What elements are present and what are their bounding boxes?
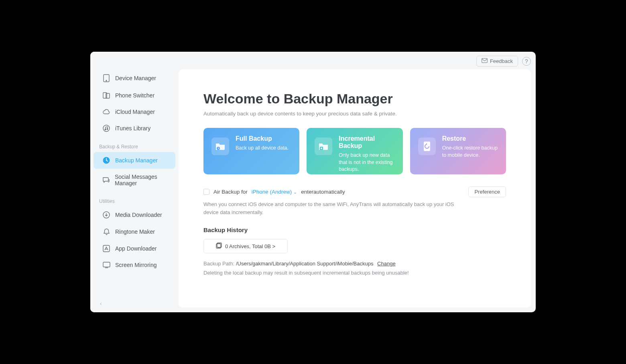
sidebar-section-utilities: Utilities — [90, 191, 179, 206]
svg-rect-10 — [103, 245, 110, 252]
svg-point-2 — [106, 80, 107, 81]
card-title: Restore — [442, 135, 498, 142]
path-value: /Users/gakman/Library/Application Suppor… — [236, 261, 374, 267]
card-desc: One-click restore backup to mobile devic… — [442, 145, 498, 159]
sidebar-item-icloud-manager[interactable]: iCloud Manager — [93, 104, 175, 120]
cloud-icon — [102, 109, 110, 115]
feedback-label: Feedback — [490, 58, 513, 64]
help-button[interactable]: ? — [522, 57, 531, 66]
sidebar-item-label: iCloud Manager — [115, 109, 155, 115]
clock-icon — [102, 157, 110, 164]
sidebar-item-social-messages[interactable]: Social Messages Manager — [93, 169, 175, 191]
sidebar-item-media-downloader[interactable]: Media Downloader — [93, 206, 175, 223]
sidebar-item-phone-switcher[interactable]: Phone Switcher — [93, 87, 175, 104]
air-backup-checkbox[interactable] — [203, 189, 209, 195]
svg-rect-11 — [103, 262, 110, 267]
sidebar-item-label: iTunes Library — [115, 125, 150, 131]
sidebar-item-label: Device Manager — [115, 75, 156, 81]
sidebar-item-label: Screen Mirroring — [115, 262, 156, 268]
svg-point-5 — [103, 125, 110, 131]
phone-restore-icon — [418, 138, 436, 155]
mirror-icon — [102, 262, 110, 268]
svg-point-6 — [105, 129, 106, 130]
device-name: iPhone (Andrew) — [252, 189, 292, 195]
svg-rect-0 — [482, 59, 488, 63]
folder-plus-icon — [315, 138, 332, 155]
page-subtitle: Automatically back up device contents to… — [203, 111, 506, 117]
archive-icon — [216, 243, 222, 250]
restore-card[interactable]: Restore One-click restore backup to mobi… — [410, 128, 506, 174]
sidebar-item-ringtone-maker[interactable]: Ringtone Maker — [93, 223, 175, 240]
sidebar-item-label: App Downloader — [115, 245, 157, 252]
bell-icon — [102, 228, 110, 235]
app-window: Feedback ? Device Manager Phone Switcher… — [90, 52, 536, 312]
backup-history-title: Backup History — [203, 226, 506, 233]
music-icon — [102, 125, 110, 132]
switch-icon — [102, 92, 110, 99]
air-backup-suffix: enterautomatically — [301, 189, 345, 195]
header-actions: Feedback ? — [476, 56, 531, 67]
incremental-backup-card[interactable]: Incremental Backup Only back up new data… — [307, 128, 402, 174]
sidebar-item-device-manager[interactable]: Device Manager — [93, 69, 175, 87]
sidebar-item-screen-mirroring[interactable]: Screen Mirroring — [93, 257, 175, 273]
page-title: Welcome to Backup Manager — [203, 91, 506, 107]
action-cards: Full Backup Back up all device data. Inc… — [203, 128, 506, 174]
main-panel: Welcome to Backup Manager Automatically … — [179, 69, 531, 307]
card-title: Incremental Backup — [339, 135, 394, 150]
phone-icon — [102, 74, 110, 82]
chat-icon — [102, 177, 110, 184]
backup-archives-button[interactable]: 0 Archives, Total 0B > — [203, 239, 288, 253]
app-icon — [102, 245, 110, 252]
download-icon — [102, 211, 110, 218]
path-label: Backup Path: — [203, 261, 236, 267]
mail-icon — [482, 58, 488, 64]
svg-point-7 — [107, 129, 108, 130]
archives-label: 0 Archives, Total 0B > — [225, 243, 275, 249]
card-title: Full Backup — [236, 135, 289, 142]
sidebar-item-label: Social Messages Manager — [115, 174, 170, 186]
backup-warning: Deleting the local backup may result in … — [203, 270, 506, 276]
chevron-left-icon: ‹ — [100, 300, 102, 307]
sidebar-item-itunes-library[interactable]: iTunes Library — [93, 120, 175, 137]
sidebar-item-app-downloader[interactable]: App Downloader — [93, 240, 175, 257]
sidebar: Device Manager Phone Switcher iCloud Man… — [90, 52, 179, 312]
sidebar-item-label: Backup Manager — [115, 157, 158, 164]
air-backup-row: Air Backup for iPhone (Andrew) ⌄ enterau… — [203, 186, 506, 197]
folder-clock-icon — [211, 138, 229, 155]
feedback-button[interactable]: Feedback — [476, 56, 518, 67]
device-selector[interactable]: iPhone (Andrew) ⌄ — [252, 189, 297, 195]
sidebar-section-backup: Backup & Restore — [90, 137, 179, 152]
sidebar-item-label: Ringtone Maker — [115, 229, 155, 235]
sidebar-item-backup-manager[interactable]: Backup Manager — [93, 152, 175, 169]
card-desc: Back up all device data. — [236, 145, 289, 152]
card-desc: Only back up new data that is not in the… — [339, 152, 394, 173]
sidebar-item-label: Phone Switcher — [115, 92, 154, 99]
chevron-down-icon: ⌄ — [293, 190, 297, 194]
backup-path-row: Backup Path: /Users/gakman/Library/Appli… — [203, 261, 506, 267]
collapse-sidebar-button[interactable]: ‹ — [100, 300, 102, 307]
help-icon: ? — [525, 58, 528, 65]
preference-button[interactable]: Preference — [468, 186, 506, 197]
air-backup-description: When you connect iOS device and computer… — [203, 200, 460, 216]
air-backup-prefix: Air Backup for — [213, 189, 248, 195]
change-path-link[interactable]: Change — [377, 261, 396, 267]
sidebar-item-label: Media Downloader — [115, 212, 162, 218]
full-backup-card[interactable]: Full Backup Back up all device data. — [203, 128, 299, 174]
